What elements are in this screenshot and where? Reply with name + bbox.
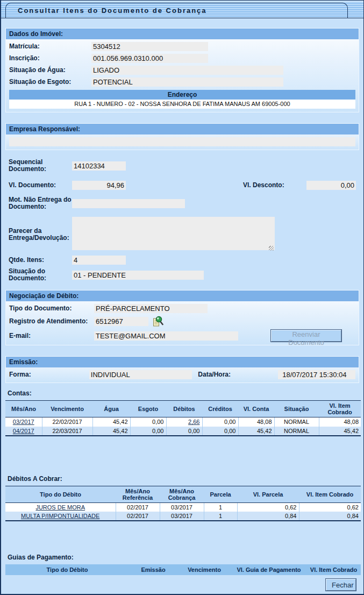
contas-header-row: Mês/Ano Vencimento Água Esgoto Débitos C… [5,401,361,417]
contas-cell-esgoto: 0,00 [130,427,166,436]
title-band: Consultar Itens do Documento de Cobrança [1,2,363,18]
situacao-documento-label: Situação do Documento: [9,268,72,282]
contas-header-vencimento: Vencimento [42,401,92,417]
section-emissao: Emissão: Forma: INDIVIDUAL Data/Hora: 18… [5,356,359,383]
section-dados-imovel: Dados do Imóvel: Matrícula: 5304512 Insc… [5,28,359,112]
page-title: Consultar Itens do Documento de Cobrança [18,6,207,15]
guias-label: Guias de Pagamento: [8,554,359,561]
contas-debitos-link[interactable]: 2,66 [188,419,199,425]
contas-label: Contas: [8,389,359,397]
debitos-header-referencia: Mês/Ano Referência [116,486,160,502]
debito-cell-cobranca: 03/2017 [160,512,204,521]
section-header-emissao: Emissão: [6,357,359,367]
section-header-empresa: Empresa Responsável: [6,124,359,134]
situacao-documento-field: 01 - PENDENTE [72,271,204,280]
debito-cell-referencia: 02/2017 [116,512,160,521]
fechar-button[interactable]: Fechar [326,579,356,591]
guias-table: Tipo do Débito Emissão Vencimento Vl. Gu… [5,564,361,575]
forma-label: Forma: [9,371,89,378]
sequencial-label: Sequencial Documento: [9,159,72,173]
contas-row-2: 04/2017 22/03/2017 45,42 0,00 0,00 0,00 … [5,427,361,436]
row-email: E-mail: TESTE@GMAIL.COM Reenviar Documen… [6,330,359,342]
sequencial-field: 14102334 [72,161,126,171]
registro-atendimento-label: Registro de Atendimento: [9,318,94,325]
matricula-field: 5304512 [91,42,208,51]
contas-cell-agua: 45,42 [92,417,130,427]
guias-header-row: Tipo do Débito Emissão Vencimento Vl. Gu… [5,564,361,575]
row-registro-atendimento: Registro de Atendimento: 6512967 [6,316,359,327]
contas-cell-debitos: 0,00 [166,427,202,436]
contas-mes-ano-link[interactable]: 04/2017 [13,428,34,434]
email-field: TESTE@GMAIL.COM [94,331,238,341]
guias-header-vl-item: Vl. Item Cobrado [306,564,361,575]
parecer-wrap [72,217,275,252]
empresa-field [9,137,355,146]
vl-documento-label: Vl. Documento: [9,182,72,189]
contas-cell-vencimento: 22/03/2017 [42,427,92,436]
vl-desconto-field: 0,00 [306,181,356,190]
section-header-negociacao: Negociação de Débito: [6,291,359,301]
section-negociacao-debito: Negociação de Débito: Tipo do Documento:… [5,290,359,345]
contas-header-debitos: Débitos [166,401,202,417]
row-empresa [6,137,359,146]
contas-cell-creditos: 0,00 [202,427,238,436]
contas-cell-vl-item: 45,42 [319,427,361,436]
contas-cell-vencimento: 22/02/2017 [42,417,92,427]
debito-cell-parcela: 1 [204,502,237,512]
endereco-value: RUA 1 - NUMERO - 02 - NOSSA SENHORA DE F… [9,100,355,109]
contas-cell-vl-conta: 48,08 [238,417,274,427]
debitos-row-1: JUROS DE MORA 02/2017 03/2017 1 0,62 0,6… [5,502,361,512]
contas-header-creditos: Créditos [202,401,238,417]
contas-header-mes-ano: Mês/Ano [5,401,42,417]
debitos-header-cobranca: Mês/Ano Cobrança [160,486,204,502]
datahora-field: 18/07/2017 15:30:04 [278,370,355,379]
debito-cell-vl-parcela: 0,62 [237,502,299,512]
debito-cell-vl-item: 0,84 [299,512,361,521]
document-magnifier-icon[interactable] [153,316,164,327]
contas-header-agua: Água [92,401,130,417]
contas-cell-situacao: NORMAL [274,427,319,436]
contas-header-vl-conta: Vl. Conta [238,401,274,417]
guias-header-vl-guia: Vl. Guia de Pagamento [231,564,306,575]
debito-cell-vl-parcela: 0,84 [237,512,299,521]
row-situacao-esgoto: Situação de Esgoto: POTENCIAL [6,77,359,87]
parecer-textarea[interactable] [72,217,275,250]
vl-documento-field: 94,96 [72,181,126,190]
debitos-a-cobrar-label: Débitos A Cobrar: [8,475,359,483]
contas-table: Mês/Ano Vencimento Água Esgoto Débitos C… [5,400,361,436]
row-sequencial: Sequencial Documento: 14102334 [5,159,359,173]
tipo-documento-label: Tipo do Documento: [9,305,94,312]
contas-cell-vl-conta: 45,42 [238,427,274,436]
contas-header-esgoto: Esgoto [130,401,166,417]
contas-cell-agua: 45,42 [92,427,130,436]
contas-row-1: 03/2017 22/02/2017 45,42 0,00 2,66 0,00 … [5,417,361,427]
debito-tipo-link[interactable]: JUROS DE MORA [35,504,85,511]
vl-desconto-label: Vl. Desconto: [243,182,306,189]
contas-mes-ano-link[interactable]: 03/2017 [13,419,34,425]
guias-header-tipo: Tipo do Débito [5,564,129,575]
debitos-header-vl-item: Vl. Item Cobrado [299,486,361,502]
debito-tipo-link[interactable]: MULTA P/IMPONTUALIDADE [21,513,99,519]
matricula-label: Matrícula: [9,43,91,50]
situacao-esgoto-label: Situação de Esgoto: [9,79,91,86]
debito-cell-referencia: 02/2017 [116,502,160,512]
situacao-agua-field: LIGADO [91,66,283,75]
mot-nao-entrega-field [72,199,185,208]
row-situacao-documento: Situação do Documento: 01 - PENDENTE [5,268,359,282]
debitos-a-cobrar-table: Tipo do Débito Mês/Ano Referência Mês/An… [5,486,361,522]
debito-cell-cobranca: 03/2017 [160,502,204,512]
contas-cell-creditos: 0,00 [202,417,238,427]
debito-cell-parcela: 1 [204,512,237,521]
qtde-itens-field: 4 [72,256,126,265]
forma-field: INDIVIDUAL [89,370,192,379]
row-emissao: Forma: INDIVIDUAL Data/Hora: 18/07/2017 … [6,370,359,379]
debitos-header-tipo: Tipo do Débito [5,486,116,502]
row-situacao-agua: Situação de Água: LIGADO [6,66,359,75]
contas-header-vl-item: Vl. Item Cobrado [319,401,361,417]
reenviar-documento-button[interactable]: Reenviar Documento [271,330,341,342]
datahora-label: Data/Hora: [198,371,278,378]
contas-cell-situacao: NORMAL [274,417,319,427]
registro-atendimento-field: 6512967 [94,317,148,326]
row-parecer: Parecer da Entrega/Devolução: [5,217,359,252]
row-inscricao: Inscrição: 001.056.969.0310.000 [6,54,359,63]
